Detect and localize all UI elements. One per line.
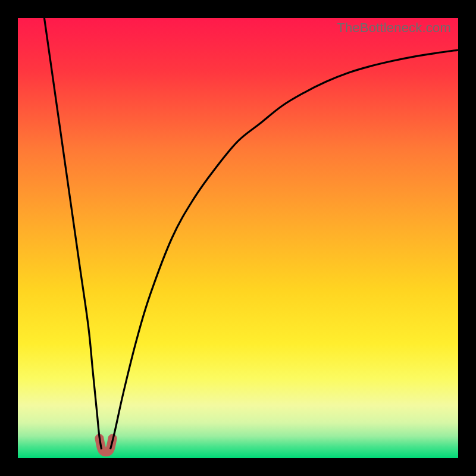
curve-right-branch [110,50,458,449]
curve-left-branch [44,18,101,449]
curve-layer [18,18,458,458]
watermark-text: TheBottleneck.com [337,20,451,36]
plot-area: TheBottleneck.com [18,18,458,458]
chart-frame: TheBottleneck.com [0,0,476,476]
